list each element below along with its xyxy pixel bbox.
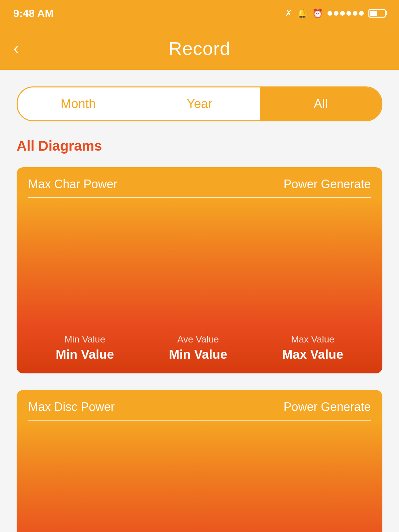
dot-4 xyxy=(346,11,351,16)
card-divider-2 xyxy=(28,420,371,421)
back-button[interactable]: ‹ xyxy=(13,40,19,57)
card-chart-area-1 xyxy=(17,198,382,324)
value-label-ave-1: Ave Value xyxy=(169,334,227,345)
bluetooth-icon: ✗ xyxy=(285,8,292,19)
status-bar: 9:48 AM ✗ 🔔 ⏰ xyxy=(0,0,399,27)
tab-all[interactable]: All xyxy=(260,87,381,120)
value-group-min-1: Min Value Min Value xyxy=(56,334,114,362)
card-title-right-2: Power Generate xyxy=(284,400,371,414)
alarm-icon: ⏰ xyxy=(312,8,323,19)
value-amount-max-1: Max Value xyxy=(282,347,343,362)
card-title-left-1: Max Char Power xyxy=(28,177,117,191)
card-max-disc-power: Max Disc Power Power Generate Min Value … xyxy=(17,390,382,532)
dot-3 xyxy=(340,11,345,16)
tab-selector: Month Year All xyxy=(17,86,382,121)
dot-6 xyxy=(359,11,364,16)
status-icons: ✗ 🔔 ⏰ xyxy=(285,8,386,19)
dot-2 xyxy=(334,11,338,16)
card-header-1: Max Char Power Power Generate xyxy=(17,167,382,191)
content: Month Year All All Diagrams Max Char Pow… xyxy=(0,70,399,532)
status-time: 9:48 AM xyxy=(13,7,54,20)
header: ‹ Record xyxy=(0,27,399,70)
card-header-2: Max Disc Power Power Generate xyxy=(17,390,382,414)
value-group-max-1: Max Value Max Value xyxy=(282,334,343,362)
page-title: Record xyxy=(169,38,231,59)
mute-icon: 🔔 xyxy=(297,8,308,19)
value-amount-min-1: Min Value xyxy=(56,347,114,362)
value-group-ave-1: Ave Value Min Value xyxy=(169,334,227,362)
card-title-right-1: Power Generate xyxy=(284,177,371,191)
value-label-max-1: Max Value xyxy=(282,334,343,345)
value-amount-ave-1: Min Value xyxy=(169,347,227,362)
card-divider-1 xyxy=(28,197,371,198)
card-values-1: Min Value Min Value Ave Value Min Value … xyxy=(17,324,382,373)
dot-5 xyxy=(353,11,357,16)
battery-fill xyxy=(370,11,377,16)
card-max-char-power: Max Char Power Power Generate Min Value … xyxy=(17,167,382,373)
card-title-left-2: Max Disc Power xyxy=(28,400,115,414)
card-chart-area-2 xyxy=(17,421,382,532)
tab-month[interactable]: Month xyxy=(18,87,139,120)
tab-year[interactable]: Year xyxy=(139,87,260,120)
battery-icon xyxy=(368,9,386,18)
section-title: All Diagrams xyxy=(17,138,382,154)
signal-dots xyxy=(328,11,364,16)
value-label-min-1: Min Value xyxy=(56,334,114,345)
dot-1 xyxy=(328,11,332,16)
